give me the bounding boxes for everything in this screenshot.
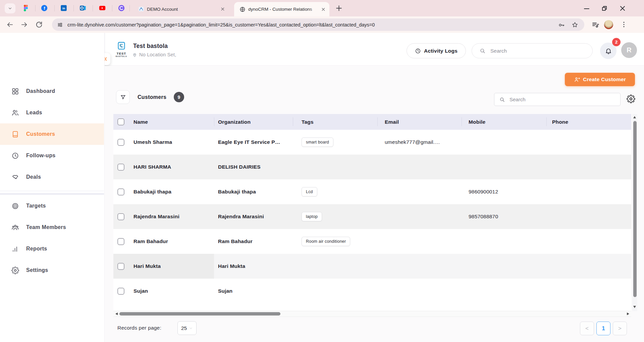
browser-profile-avatar[interactable] xyxy=(604,20,613,29)
cell-phone xyxy=(546,204,631,229)
table-row[interactable]: Ram BahadurRam BahadurRoom air condition… xyxy=(113,229,631,254)
tab-search-button[interactable] xyxy=(5,3,15,13)
row-checkbox[interactable] xyxy=(117,164,124,171)
sidebar-item-label: Leads xyxy=(26,110,42,116)
url-bar[interactable]: crm-lite.dynohive.com/customer?paginatio… xyxy=(52,18,584,31)
row-checkbox-cell xyxy=(113,254,133,279)
cell-organization: Rajendra Marasini xyxy=(214,204,293,229)
table-row[interactable]: HARI SHARMADELISH DAIRIES xyxy=(113,155,631,179)
row-checkbox[interactable] xyxy=(117,139,124,146)
create-customer-label: Create Customer xyxy=(583,76,626,82)
row-checkbox[interactable] xyxy=(117,238,124,245)
new-tab-button[interactable] xyxy=(335,4,343,12)
linkedin-icon[interactable]: in xyxy=(60,4,67,12)
close-window-button[interactable] xyxy=(618,4,627,13)
cell-email xyxy=(377,279,462,303)
vertical-scroll-thumb[interactable] xyxy=(633,121,637,297)
pagination-prev-button[interactable]: < xyxy=(580,322,594,335)
sidebar-item-settings[interactable]: Settings xyxy=(0,260,104,281)
sidebar-item-follow-ups[interactable]: Follow-ups xyxy=(0,145,104,166)
cell-email xyxy=(377,155,462,179)
table-search[interactable] xyxy=(494,93,621,106)
password-key-icon[interactable] xyxy=(558,21,565,28)
table-row[interactable]: Rajendra MarasiniRajendra Marasinilaptop… xyxy=(113,204,631,229)
sidebar-item-team-members[interactable]: Team Members xyxy=(0,217,104,238)
table-row[interactable]: SujanSujan xyxy=(113,279,631,303)
row-checkbox[interactable] xyxy=(117,288,124,295)
scroll-down-arrow[interactable] xyxy=(633,306,636,308)
scroll-left-arrow[interactable] xyxy=(115,312,118,315)
scroll-up-arrow[interactable] xyxy=(633,116,636,118)
bookmark-star-icon[interactable] xyxy=(572,21,578,28)
records-per-page-select[interactable]: 25 xyxy=(177,321,197,335)
row-checkbox[interactable] xyxy=(117,263,124,270)
copilot-icon[interactable] xyxy=(118,4,125,12)
create-customer-button[interactable]: Create Customer xyxy=(565,73,635,86)
bell-icon xyxy=(605,47,612,55)
horizontal-scrollbar[interactable] xyxy=(113,311,631,317)
browser-tab[interactable]: DEMO Account xyxy=(133,3,229,15)
cell-tags: Room air conditioner xyxy=(293,229,377,254)
pagination-next-button[interactable]: > xyxy=(613,322,627,335)
browser-menu-icon[interactable] xyxy=(620,21,628,28)
forward-button[interactable] xyxy=(20,21,28,28)
tab-close-icon[interactable] xyxy=(220,6,225,12)
organization-value: Sujan xyxy=(218,288,232,294)
minimize-window-button[interactable] xyxy=(582,4,591,13)
organization-value: Eagle Eye IT Service P… xyxy=(218,139,280,145)
cell-mobile xyxy=(462,130,546,155)
company-logo-text-bottom: BASTOLA xyxy=(115,55,127,58)
select-all-checkbox[interactable] xyxy=(117,118,124,125)
restore-window-button[interactable] xyxy=(600,4,609,13)
cell-mobile: 9857088870 xyxy=(462,204,546,229)
table-row[interactable]: Umesh SharmaEagle Eye IT Service P…smart… xyxy=(113,130,631,155)
customers-table: NameOrganizationTagsEmailMobilePhone Ume… xyxy=(113,114,631,311)
url-text[interactable]: crm-lite.dynohive.com/customer?paginatio… xyxy=(67,22,558,27)
back-button[interactable] xyxy=(6,21,14,28)
outlook-icon[interactable] xyxy=(79,4,87,12)
location-row: No Location Set, xyxy=(132,52,176,57)
name-value: HARI SHARMA xyxy=(133,164,171,170)
tab-separator xyxy=(93,5,93,11)
leads-icon xyxy=(11,109,19,117)
table-row[interactable]: Hari MuktaHari Mukta xyxy=(113,254,631,279)
followups-icon xyxy=(11,152,19,160)
table-settings-gear-icon[interactable] xyxy=(627,95,635,103)
table-row[interactable]: Babukaji thapaBabukaji thapaLcd986090001… xyxy=(113,179,631,204)
tab-close-icon[interactable] xyxy=(321,7,326,12)
figma-icon[interactable] xyxy=(22,4,30,12)
pagination-current-page[interactable]: 1 xyxy=(596,322,610,335)
row-checkbox[interactable] xyxy=(117,188,124,195)
table-search-input[interactable] xyxy=(509,96,620,103)
sidebar-item-deals[interactable]: Deals xyxy=(0,166,104,188)
cell-name: HARI SHARMA xyxy=(133,155,214,179)
facebook-icon[interactable]: f xyxy=(41,4,48,12)
filter-button[interactable] xyxy=(116,90,130,104)
site-settings-icon[interactable] xyxy=(57,22,63,28)
activity-logs-button[interactable]: Activity Logs xyxy=(407,43,466,58)
sidebar-item-reports[interactable]: Reports xyxy=(0,238,104,260)
youtube-icon[interactable] xyxy=(99,4,106,12)
sidebar-item-customers[interactable]: Customers xyxy=(0,123,104,145)
row-checkbox[interactable] xyxy=(117,213,124,220)
horizontal-scroll-thumb[interactable] xyxy=(119,312,280,316)
vertical-scrollbar[interactable] xyxy=(632,114,637,311)
global-search-input[interactable] xyxy=(490,48,592,54)
cell-phone xyxy=(546,229,631,254)
sidebar-nav-secondary: TargetsTeam MembersReportsSettings xyxy=(0,195,104,281)
browser-tab-active[interactable]: dynoCRM - Customer Relations xyxy=(234,2,329,16)
reload-button[interactable] xyxy=(35,21,43,28)
user-avatar[interactable]: R xyxy=(621,42,637,58)
media-controls-icon[interactable] xyxy=(592,21,600,29)
reports-icon xyxy=(11,245,19,253)
sidebar-item-targets[interactable]: Targets xyxy=(0,195,104,217)
cell-email xyxy=(377,254,462,279)
cell-name: Ram Bahadur xyxy=(133,229,214,254)
scroll-right-arrow[interactable] xyxy=(627,312,629,315)
cell-email: umeshek777@gmail.… xyxy=(377,130,462,155)
global-search[interactable] xyxy=(472,43,593,58)
sidebar-item-leads[interactable]: Leads xyxy=(0,102,104,123)
sidebar-divider-accent xyxy=(0,193,104,194)
tag-chip: Lcd xyxy=(302,187,317,196)
sidebar-item-dashboard[interactable]: Dashboard xyxy=(0,80,104,102)
